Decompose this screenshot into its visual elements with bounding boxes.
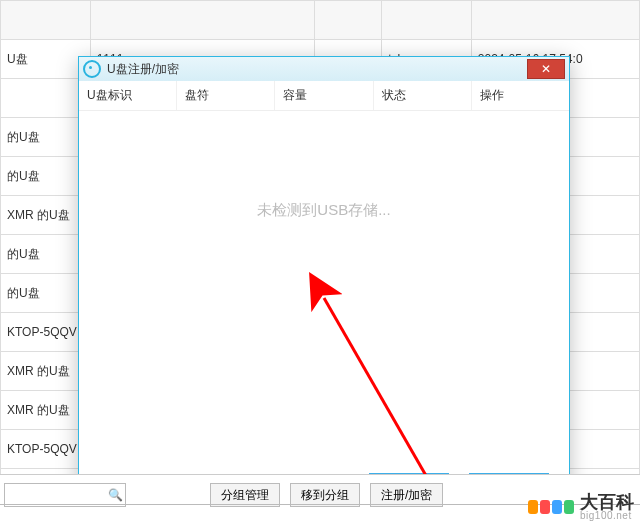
usb-register-dialog: U盘注册/加密 ✕ U盘标识 盘符 容量 状态 操作 未检测到USB存储... … [78,56,570,520]
empty-state-text: 未检测到USB存储... [79,111,569,461]
col-drive: 盘符 [177,81,275,110]
table-cell: 的U盘 [1,157,91,196]
table-cell: XMR 的U盘 [1,391,91,430]
table-cell: 的U盘 [1,274,91,313]
col-usb-id: U盘标识 [79,81,177,110]
table-cell: KTOP-5QQV [1,313,91,352]
search-input[interactable] [5,485,105,505]
dialog-title: U盘注册/加密 [107,61,527,78]
table-cell: 的U盘 [1,235,91,274]
table-cell: XMR 的U盘 [1,352,91,391]
col-action: 操作 [472,81,569,110]
close-icon[interactable]: ✕ [527,59,565,79]
dialog-column-headers: U盘标识 盘符 容量 状态 操作 [79,81,569,111]
dialog-titlebar[interactable]: U盘注册/加密 ✕ [79,57,569,81]
table-header-row [1,1,640,40]
table-cell: 的U盘 [1,118,91,157]
watermark-text-cn: 大百科 [580,493,634,511]
watermark: 大百科 big100.net [528,493,634,521]
table-cell: KTOP-5QQV [1,430,91,469]
app-icon [83,60,101,78]
table-cell [1,79,91,118]
table-cell: U盘 [1,40,91,79]
col-status: 状态 [374,81,472,110]
watermark-text-en: big100.net [580,511,634,521]
watermark-badge [528,500,574,514]
table-cell: XMR 的U盘 [1,196,91,235]
search-icon[interactable]: 🔍 [105,488,125,502]
col-capacity: 容量 [275,81,373,110]
